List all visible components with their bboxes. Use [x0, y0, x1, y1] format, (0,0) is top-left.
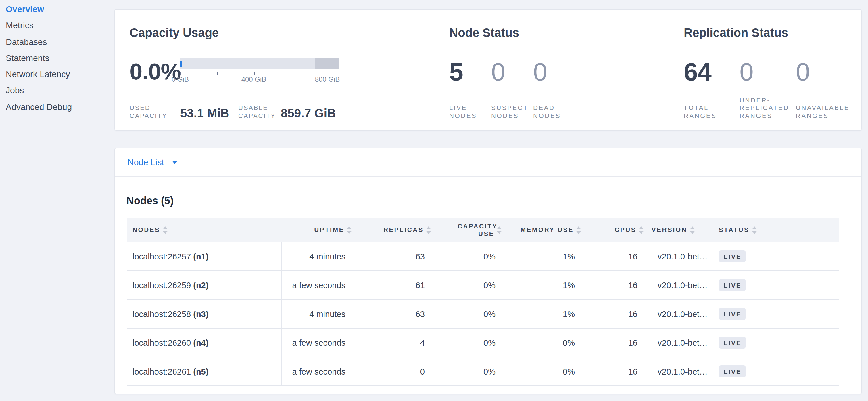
sort-icon: [752, 226, 757, 234]
column-header-label: STATUS: [719, 226, 749, 234]
summary-stat: 0 UNDER- REPLICATED RANGES: [740, 58, 796, 120]
node-id: (n3): [193, 309, 208, 318]
sidebar-item-overview[interactable]: Overview: [6, 4, 114, 14]
memory-use-cell: 1%: [504, 242, 584, 271]
node-list-dropdown[interactable]: Node List: [128, 157, 178, 167]
summary-stat: 0 SUSPECT NODES: [491, 58, 533, 120]
node-address: localhost:26257: [132, 252, 191, 261]
version-cell: v20.1.0-bet…: [646, 299, 713, 328]
node-status-stats: 5 LIVE NODES 0 SUSPECT NODES 0 DEAD NODE…: [449, 58, 575, 120]
nodes-table-header-row: NODES UPTIME REPLICAS: [127, 218, 839, 242]
node-address-cell: localhost:26257 (n1): [127, 242, 281, 271]
cpus-cell: 16: [584, 328, 646, 357]
capacity-use-cell: 0%: [433, 299, 504, 328]
replication-status-title: Replication Status: [684, 26, 849, 39]
column-header-label: REPLICAS: [383, 226, 424, 234]
capacity-tick-label: 0 GiB: [162, 75, 198, 83]
replicas-cell: 0: [354, 357, 433, 386]
column-header-capacity-use[interactable]: CAPACITY USE: [433, 218, 504, 242]
column-header-label: UPTIME: [314, 226, 344, 234]
stat-label: DEAD NODES: [533, 104, 561, 120]
used-capacity-value: 53.1 MiB: [180, 107, 231, 120]
version-cell: v20.1.0-bet…: [646, 271, 713, 299]
stat-label: SUSPECT NODES: [491, 104, 528, 120]
usable-capacity-value: 859.7 GiB: [281, 107, 336, 120]
stat-value: 0: [796, 58, 849, 85]
cockroachdb-admin-ui: OverviewMetricsDatabasesStatementsNetwor…: [0, 0, 868, 401]
column-header-uptime[interactable]: UPTIME: [281, 218, 354, 242]
column-header-replicas[interactable]: REPLICAS: [354, 218, 433, 242]
stat-label: UNAVAILABLE RANGES: [796, 104, 849, 120]
replicas-cell: 63: [354, 242, 433, 271]
nodes-table: NODES UPTIME REPLICAS: [127, 218, 839, 386]
capacity-axis-tick: [290, 71, 291, 75]
node-list-panel: Node List Nodes (5) NODES UPTIME: [114, 148, 862, 394]
cpus-cell: 16: [584, 271, 646, 299]
sort-icon: [576, 226, 581, 234]
capacity-tick-label: 400 GiB: [236, 75, 272, 83]
node-list-toolbar: Node List: [115, 148, 861, 176]
column-header-status[interactable]: STATUS: [713, 218, 839, 242]
capacity-use-cell: 0%: [433, 271, 504, 299]
stat-value: 64: [684, 58, 740, 85]
sidebar-item-jobs[interactable]: Jobs: [6, 85, 114, 95]
version-cell: v20.1.0-bet…: [646, 328, 713, 357]
node-address: localhost:26258: [132, 309, 191, 318]
live-badge: LIVE: [719, 250, 746, 262]
table-row[interactable]: localhost:26257 (n1) 4 minutes 63 0% 1% …: [127, 242, 839, 271]
summary-stat: 64 TOTAL RANGES: [684, 58, 740, 120]
status-cell: LIVE: [713, 328, 839, 357]
table-row[interactable]: localhost:26261 (n5) a few seconds 0 0% …: [127, 357, 839, 386]
sidebar-item-statements[interactable]: Statements: [6, 53, 114, 63]
live-badge: LIVE: [719, 279, 746, 291]
table-row[interactable]: localhost:26258 (n3) 4 minutes 63 0% 1% …: [127, 299, 839, 328]
sidebar-item-network-latency[interactable]: Network Latency: [6, 69, 114, 79]
capacity-axis-tick: [254, 71, 254, 75]
node-address-cell: localhost:26260 (n4): [127, 328, 281, 357]
capacity-tick-label: 800 GiB: [309, 75, 346, 83]
replication-status-section: Replication Status 64 TOTAL RANGES 0 UND…: [684, 26, 849, 120]
sidebar: OverviewMetricsDatabasesStatementsNetwor…: [0, 0, 114, 401]
replicas-cell: 61: [354, 271, 433, 299]
uptime-cell: a few seconds: [281, 328, 354, 357]
node-address-cell: localhost:26259 (n2): [127, 271, 281, 299]
live-badge: LIVE: [719, 308, 746, 320]
usable-capacity-label: USABLE CAPACITY: [238, 104, 279, 120]
status-cell: LIVE: [713, 271, 839, 299]
stat-value: 5: [449, 58, 491, 85]
sidebar-item-metrics[interactable]: Metrics: [6, 21, 114, 30]
node-status-section: Node Status 5 LIVE NODES 0 SUSPECT NODES…: [449, 26, 575, 120]
column-header-nodes[interactable]: NODES: [127, 218, 281, 242]
live-badge: LIVE: [719, 365, 746, 377]
summary-stat: 5 LIVE NODES: [449, 58, 491, 120]
memory-use-cell: 1%: [504, 271, 584, 299]
node-address: localhost:26260: [132, 338, 191, 347]
memory-use-cell: 1%: [504, 299, 584, 328]
nodes-table-title: Nodes (5): [126, 195, 861, 207]
table-row[interactable]: localhost:26259 (n2) a few seconds 61 0%…: [127, 271, 839, 299]
column-header-label: VERSION: [652, 226, 687, 234]
sort-icon: [689, 226, 695, 234]
sidebar-item-advanced-debug[interactable]: Advanced Debug: [6, 102, 114, 112]
uptime-cell: a few seconds: [281, 271, 354, 299]
column-header-label: CPUS: [615, 226, 636, 234]
capacity-use-cell: 0%: [433, 328, 504, 357]
sort-icon: [162, 226, 167, 234]
sidebar-item-databases[interactable]: Databases: [6, 36, 114, 46]
cluster-overview-panel: Capacity Usage 0.0% 0 GiB 400 GiB 800 Gi…: [114, 9, 862, 130]
status-cell: LIVE: [713, 242, 839, 271]
column-header-cpus[interactable]: CPUS: [584, 218, 646, 242]
stat-value: 0: [740, 58, 796, 85]
stat-label: UNDER- REPLICATED RANGES: [740, 96, 789, 120]
capacity-bar: [180, 58, 339, 69]
used-capacity-label: USED CAPACITY: [130, 104, 170, 120]
sort-icon: [347, 226, 352, 234]
column-header-memory-use[interactable]: MEMORY USE: [504, 218, 584, 242]
capacity-usage-chart: 0 GiB 400 GiB 800 GiB: [180, 58, 339, 85]
table-row[interactable]: localhost:26260 (n4) a few seconds 4 0% …: [127, 328, 839, 357]
uptime-cell: a few seconds: [281, 357, 354, 386]
capacity-axis-tick: [217, 71, 218, 75]
replication-status-stats: 64 TOTAL RANGES 0 UNDER- REPLICATED RANG…: [684, 58, 849, 120]
capacity-axis-tick: [180, 71, 181, 75]
column-header-version[interactable]: VERSION: [646, 218, 713, 242]
